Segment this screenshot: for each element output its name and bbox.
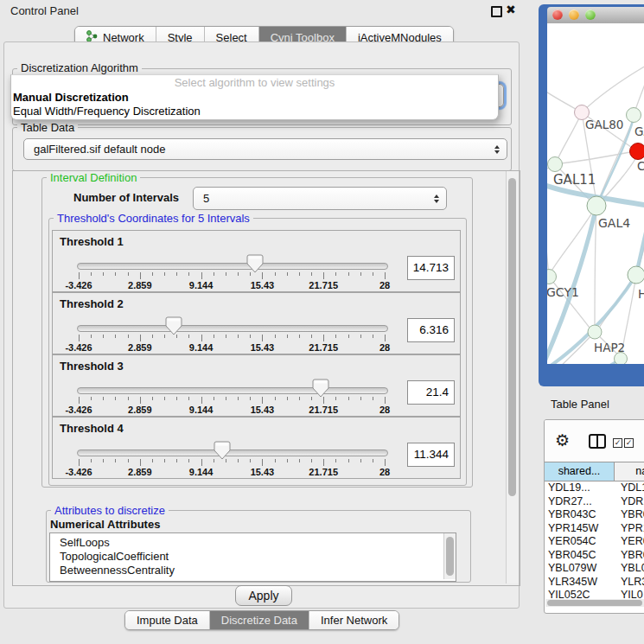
network-node[interactable]: [628, 266, 644, 284]
close-icon[interactable]: ✖: [506, 3, 516, 16]
attribute-item-betweennesscentrality[interactable]: BetweennessCentrality: [50, 564, 456, 577]
table-row[interactable]: YBR043CYBR0: [545, 508, 644, 522]
tick-mark: [115, 272, 116, 276]
cell-name: YDR2: [621, 495, 644, 509]
tick-label: 2.859: [118, 280, 163, 290]
cell-name: YBR0: [621, 508, 644, 522]
slider-handle[interactable]: [246, 254, 264, 273]
tick-mark: [250, 335, 251, 338]
network-node[interactable]: [588, 325, 602, 339]
network-node[interactable]: [630, 143, 644, 160]
tick-mark: [103, 459, 104, 462]
table-data-combobox[interactable]: galFiltered.sif default node: [23, 138, 507, 160]
slider-track[interactable]: [77, 387, 388, 394]
dropdown-item-equal-width-frequency-discretization[interactable]: Equal Width/Frequency Discretization: [11, 105, 498, 118]
dropdown-prompt: Select algorithm to view settings: [11, 75, 498, 91]
checkbox-icon[interactable]: ✓: [613, 438, 622, 448]
tick-mark: [188, 335, 189, 338]
threshold-value-field[interactable]: 6.316: [407, 318, 455, 342]
tick-mark: [128, 397, 129, 400]
horizontal-scrollbar[interactable]: [545, 599, 644, 607]
network-node[interactable]: [548, 157, 563, 172]
network-edge: [556, 112, 582, 163]
column-header-shared-[interactable]: shared...: [545, 462, 615, 481]
threshold-value-field[interactable]: 11.344: [407, 443, 455, 467]
slider-track[interactable]: [77, 450, 388, 456]
tick-label: 2.859: [118, 342, 163, 353]
number-of-intervals-combobox[interactable]: 5: [193, 187, 447, 210]
numerical-attributes-list[interactable]: SelfLoopsTopologicalCoefficientBetweenne…: [49, 532, 456, 582]
close-traffic-light[interactable]: [552, 10, 563, 20]
table-row[interactable]: YER054CYER0: [545, 535, 644, 549]
tick-mark: [262, 397, 263, 404]
tick-mark: [201, 335, 202, 341]
tick-mark: [176, 272, 177, 276]
table-row[interactable]: YLR345WYLR3: [545, 576, 644, 590]
attribute-item-selfloops[interactable]: SelfLoops: [50, 536, 456, 550]
tick-mark: [360, 335, 361, 338]
scrollbar-thumb[interactable]: [508, 178, 516, 496]
tick-mark: [152, 272, 153, 276]
list-scrollbar[interactable]: [443, 533, 456, 579]
network-node[interactable]: [587, 196, 606, 215]
list-scrollbar-thumb[interactable]: [446, 537, 454, 576]
tick-mark: [201, 397, 202, 404]
tick-label: 28: [362, 342, 407, 353]
network-canvas[interactable]: GAL80GACGAL11GAL4GCY1HHAP2: [547, 23, 644, 364]
table-row[interactable]: YPR145WYPR1: [545, 522, 644, 536]
tick-mark: [385, 335, 386, 341]
slider-handle[interactable]: [214, 441, 231, 460]
column-header-name[interactable]: name: [615, 462, 644, 481]
cell-name: YBL0: [621, 562, 644, 576]
cell-shared-name: YLR345W: [548, 576, 597, 590]
tick-label: 15.43: [239, 467, 284, 477]
threshold-value-field[interactable]: 21.4: [407, 380, 455, 405]
tab-infer-network[interactable]: Infer Network: [309, 611, 399, 629]
zoom-traffic-light[interactable]: [585, 10, 596, 20]
slider-handle[interactable]: [165, 316, 182, 335]
slider-track[interactable]: [77, 263, 388, 270]
minimize-traffic-light[interactable]: [569, 10, 579, 20]
table-row[interactable]: YDL19...YDL1: [545, 481, 644, 495]
checkbox-icon[interactable]: ✓: [624, 438, 634, 448]
tick-mark: [79, 335, 80, 341]
tick-mark: [115, 335, 116, 338]
gear-icon[interactable]: ⚙: [555, 430, 570, 450]
tick-mark: [164, 397, 165, 400]
tick-label: 9.144: [179, 405, 224, 415]
tick-mark: [226, 335, 226, 338]
dropdown-item-manual-discretization[interactable]: Manual Discretization: [11, 91, 498, 105]
tick-label: 21.715: [301, 342, 346, 353]
slider-track[interactable]: [77, 325, 388, 332]
cell-name: YLR3: [621, 576, 644, 590]
table-row[interactable]: YBR045CYBR0: [545, 549, 644, 563]
tick-mark: [238, 459, 239, 462]
apply-button[interactable]: Apply: [235, 585, 292, 606]
network-node[interactable]: [547, 270, 557, 284]
network-edge: [582, 65, 644, 112]
hscrollbar-thumb[interactable]: [547, 600, 642, 606]
tick-mark: [360, 272, 361, 276]
tab-discretize-data[interactable]: Discretize Data: [210, 611, 309, 629]
tick-mark: [287, 459, 288, 462]
tick-mark: [373, 397, 373, 400]
network-node[interactable]: [627, 108, 641, 123]
tick-mark: [214, 272, 214, 276]
threshold-name: Threshold 4: [60, 422, 124, 435]
threshold-value-field[interactable]: 14.713: [407, 256, 455, 280]
tab-impute-data[interactable]: Impute Data: [125, 611, 210, 629]
vertical-scrollbar[interactable]: [506, 171, 519, 583]
tick-mark: [128, 459, 129, 462]
table-row[interactable]: YDR27...YDR2: [545, 495, 644, 509]
tick-mark: [385, 459, 386, 466]
float-window-icon[interactable]: [491, 6, 502, 17]
cell-name: YDL1: [621, 481, 644, 495]
slider-handle[interactable]: [312, 379, 329, 398]
node-label: GCY1: [547, 285, 579, 299]
tick-label: 28: [362, 280, 407, 290]
network-window-titlebar[interactable]: [547, 7, 644, 24]
attribute-item-topologicalcoefficient[interactable]: TopologicalCoefficient: [50, 550, 456, 564]
tick-label: 2.859: [118, 467, 163, 477]
table-row[interactable]: YBL079WYBL0: [545, 562, 644, 576]
columns-icon[interactable]: [589, 434, 606, 449]
